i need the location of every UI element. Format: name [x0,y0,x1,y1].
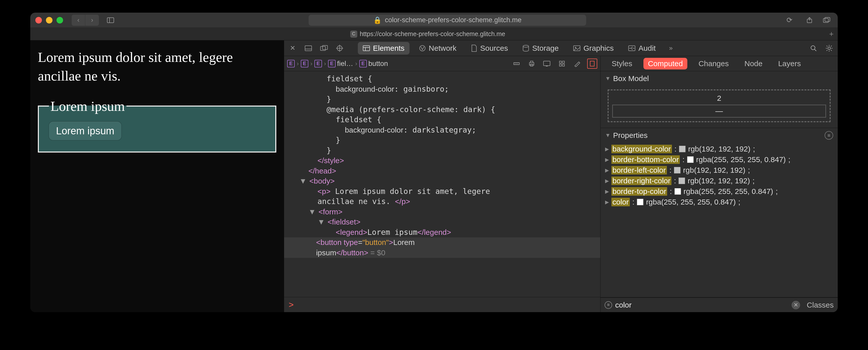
svg-rect-12 [363,46,370,51]
svg-rect-38 [544,61,550,66]
grid-icon[interactable] [557,59,567,69]
devtools-body: E› E› E› Efiel…› Ebutton [284,56,838,312]
breadcrumb-item[interactable]: E› [314,60,327,67]
filter-scope-icon[interactable]: ≡ [604,301,612,309]
new-tab-button[interactable]: + [825,30,838,38]
box-model-header[interactable]: ▼ Box Model [600,71,838,86]
ruler-icon[interactable] [512,59,522,69]
elements-icon [363,46,370,51]
gear-icon[interactable] [824,43,835,54]
browser-tab[interactable]: C https://color-scheme-prefers-color-sch… [30,30,825,38]
svg-rect-7 [320,47,326,51]
svg-point-20 [811,46,815,50]
reload-button[interactable]: ⟳ [784,14,795,26]
tab-graphics[interactable]: Graphics [568,42,619,55]
tab-sources[interactable]: Sources [466,42,513,55]
tab-audit[interactable]: Audit [623,42,660,55]
url-bar: 🔒 color-scheme-prefers-color-scheme.glit… [120,14,775,26]
compositing-icon[interactable] [587,59,597,69]
console-chevron-icon: > [289,300,294,310]
property-row[interactable]: ▶border-top-color:rgba(255, 255, 255, 0.… [605,187,833,196]
property-row[interactable]: ▶border-bottom-color:rgba(255, 255, 255,… [605,155,833,164]
property-row[interactable]: ▶border-left-color:rgb(192, 192, 192); [605,166,833,175]
svg-rect-31 [514,63,519,65]
svg-line-30 [827,50,827,51]
tab-storage-label: Storage [532,44,559,53]
svg-rect-40 [559,61,561,63]
sidebar-tabs: Styles Computed Changes Node Layers [600,56,838,71]
properties-list: ▶background-color:rgb(192, 192, 192); ▶b… [600,143,838,210]
box-model-title: Box Model [613,74,649,83]
page-fieldset: Lorem ipsum Lorem ipsum [38,98,276,152]
tab-network[interactable]: Network [414,42,462,55]
properties-header[interactable]: ▼ Properties ≡ [600,128,838,143]
tab-styles[interactable]: Styles [607,58,637,69]
tab-computed[interactable]: Computed [644,58,687,69]
network-icon [419,45,426,52]
property-row[interactable]: ▶background-color:rgb(192, 192, 192); [605,145,833,153]
svg-rect-3 [823,19,828,23]
storage-icon [523,45,529,52]
breadcrumb-item[interactable]: Efiel…› [328,60,358,68]
svg-rect-0 [107,18,114,23]
tab-node[interactable]: Node [740,58,767,69]
box-model-inner-value: — [614,107,824,115]
svg-rect-44 [590,61,594,66]
more-tabs-icon[interactable]: » [665,43,677,54]
tab-elements[interactable]: Elements [358,42,409,55]
svg-line-27 [827,46,827,47]
devtools-tabstrip: ✕ Elements Network Sources [284,40,838,56]
svg-point-18 [575,47,576,48]
page-legend: Lorem ipsum [49,98,126,114]
search-icon[interactable] [808,43,819,54]
back-button[interactable]: ‹ [72,14,85,26]
breadcrumb-item[interactable]: Ebutton [359,60,388,68]
url-text: color-scheme-prefers-color-scheme.glitch… [385,16,522,24]
clear-filter-icon[interactable]: ✕ [792,301,800,309]
page-button[interactable]: Lorem ipsum [49,122,121,140]
paint-icon[interactable] [572,59,582,69]
dock-side-icon[interactable] [318,43,330,54]
chevron-down-icon: ▼ [605,132,611,139]
devtools: ✕ Elements Network Sources [284,40,838,312]
filter-input[interactable] [615,301,788,309]
device-icon[interactable] [542,59,552,69]
print-styles-icon[interactable] [527,59,537,69]
lock-icon: 🔒 [373,16,382,24]
zoom-window-button[interactable] [57,17,63,24]
breadcrumb-item[interactable]: E› [301,60,313,67]
close-devtools-icon[interactable]: ✕ [287,43,298,54]
sidebar-toggle-icon[interactable] [105,14,116,26]
tabs-overview-icon[interactable] [820,14,833,26]
property-row[interactable]: ▶border-right-color:rgb(192, 192, 192); [605,176,833,185]
dock-bottom-icon[interactable] [303,43,314,54]
page-form: Lorem ipsum Lorem ipsum [38,98,276,152]
share-icon[interactable] [803,14,815,26]
forward-button[interactable]: › [85,14,99,26]
close-window-button[interactable] [35,17,42,24]
filter-icon[interactable]: ≡ [825,131,833,140]
tab-layers[interactable]: Layers [774,58,805,69]
favicon: C [350,31,357,38]
console-prompt[interactable]: > [284,297,600,312]
tab-storage[interactable]: Storage [518,42,564,55]
svg-point-22 [828,47,830,50]
property-row[interactable]: ▶color:rgba(255, 255, 255, 0.847); [605,198,833,206]
page-paragraph: Lorem ipsum dolor sit amet, legere ancil… [38,48,276,86]
tab-network-label: Network [429,44,457,53]
properties-title: Properties [613,131,648,140]
minimize-window-button[interactable] [46,17,53,24]
breadcrumb-item[interactable]: E› [287,60,299,67]
elements-panel: E› E› E› Efiel…› Ebutton [284,56,600,312]
inspect-element-icon[interactable] [334,43,345,54]
svg-rect-5 [305,46,312,51]
properties-section: ▼ Properties ≡ ▶background-color:rgb(192… [600,128,838,297]
dom-source[interactable]: fieldset { background-color: gainsboro; … [284,71,600,297]
box-model-top-value: 2 [612,94,826,103]
url-field[interactable]: 🔒 color-scheme-prefers-color-scheme.glit… [309,14,586,26]
rendered-page: Lorem ipsum dolor sit amet, legere ancil… [30,40,284,312]
dom-breadcrumbs: E› E› E› Efiel…› Ebutton [284,56,600,71]
graphics-icon [573,46,580,51]
tab-changes[interactable]: Changes [694,58,733,69]
classes-toggle[interactable]: Classes [803,301,834,309]
